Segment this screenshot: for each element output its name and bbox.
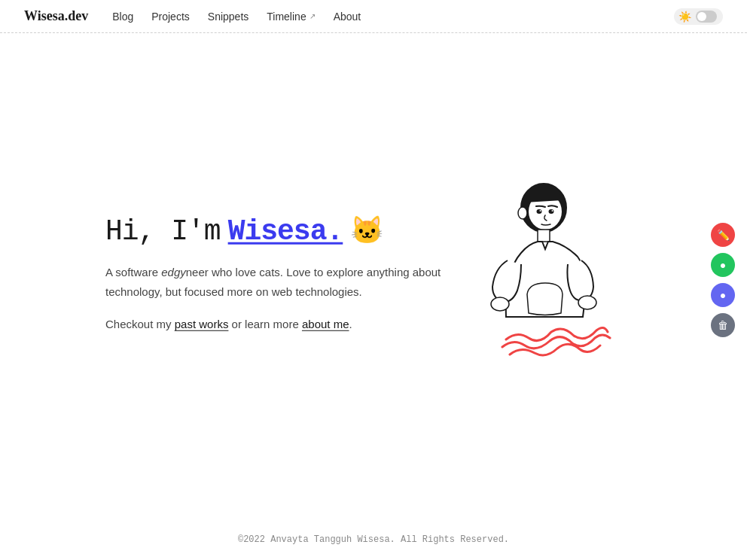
hero-description: A software edgyneer who love cats. Love … (105, 263, 467, 301)
past-works-link[interactable]: past works (175, 318, 229, 330)
nav-snippets[interactable]: Snippets (208, 11, 248, 23)
nav-links: Blog Projects Snippets Timeline ↗ About (112, 11, 674, 23)
person-svg (461, 166, 627, 362)
side-button-blue[interactable]: ● (711, 283, 735, 307)
nav-blog[interactable]: Blog (112, 11, 133, 23)
svg-point-5 (540, 210, 541, 212)
nav-about[interactable]: About (334, 11, 361, 23)
external-link-icon: ↗ (309, 12, 316, 20)
about-me-link[interactable]: about me (302, 318, 349, 330)
nav-projects[interactable]: Projects (151, 11, 190, 23)
side-buttons-panel: ✏️ ● ● 🗑 (711, 223, 735, 337)
nav-timeline[interactable]: Timeline ↗ (267, 11, 315, 23)
footer-text: ©2022 Anvayta Tangguh Wisesa. All Rights… (238, 534, 509, 545)
hero-heading: Hi, I'm Wisesa. 🐱 (105, 215, 467, 248)
name-text: Wisesa. (228, 215, 343, 247)
svg-point-4 (549, 209, 554, 214)
logo[interactable]: Wisesa.dev (24, 8, 88, 24)
greeting-text: Hi, I'm (105, 215, 221, 247)
sun-icon: ☀️ (678, 11, 691, 23)
svg-rect-7 (538, 230, 550, 242)
hero-section: Hi, I'm Wisesa. 🐱 A software edgyneer wh… (105, 215, 467, 334)
side-button-red[interactable]: ✏️ (711, 223, 735, 247)
toggle-track (696, 11, 717, 23)
svg-point-8 (491, 297, 509, 311)
svg-point-9 (578, 296, 596, 309)
toggle-thumb (697, 12, 706, 21)
svg-point-6 (552, 210, 553, 212)
cat-emoji: 🐱 (350, 215, 383, 248)
hero-cta: Checkout my past works or learn more abo… (105, 315, 467, 334)
footer: ©2022 Anvayta Tangguh Wisesa. All Rights… (0, 534, 747, 545)
side-button-trash[interactable]: 🗑 (711, 313, 735, 337)
svg-point-3 (537, 209, 542, 214)
hero-illustration (461, 166, 627, 362)
svg-point-2 (518, 207, 527, 219)
theme-toggle-button[interactable]: ☀️ (674, 8, 723, 25)
navigation: Wisesa.dev Blog Projects Snippets Timeli… (0, 0, 747, 33)
main-content: Hi, I'm Wisesa. 🐱 A software edgyneer wh… (0, 33, 747, 515)
side-button-green[interactable]: ● (711, 253, 735, 277)
